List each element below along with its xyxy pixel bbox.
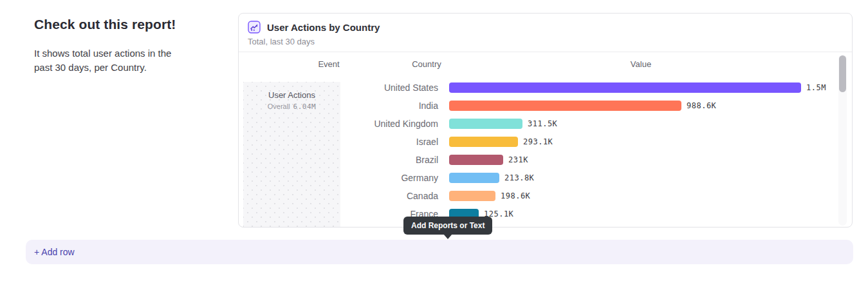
column-header-country: Country xyxy=(412,59,441,69)
value-label: 293.1K xyxy=(523,137,553,146)
chart-row: Canada 198.6K xyxy=(239,187,852,205)
bar-segment[interactable] xyxy=(449,155,503,165)
tooltip-caret-icon xyxy=(443,234,452,239)
tooltip-label: Add Reports or Text xyxy=(411,221,485,230)
value-label: 198.6K xyxy=(501,191,530,200)
bar-segment[interactable] xyxy=(449,137,518,147)
chart-rows: United States 1.5M India 988.6K United K… xyxy=(239,79,852,223)
line-chart-icon xyxy=(248,21,261,34)
chart-row: United States 1.5M xyxy=(239,79,852,97)
value-label: 1.5M xyxy=(806,83,826,92)
add-reports-tooltip: Add Reports or Text xyxy=(403,217,492,235)
bar-segment[interactable] xyxy=(449,82,801,93)
country-label: Israel xyxy=(239,137,438,147)
country-label: Germany xyxy=(239,173,438,183)
page-description: It shows total user actions in the past … xyxy=(34,46,185,75)
value-label: 213.8K xyxy=(504,173,534,182)
report-subtitle: Total, last 30 days xyxy=(248,37,843,46)
intro-block: Check out this report! It shows total us… xyxy=(34,17,195,75)
report-title: User Actions by Country xyxy=(267,22,380,33)
value-label: 231K xyxy=(508,155,528,164)
bar-segment[interactable] xyxy=(449,119,522,129)
bar-segment[interactable] xyxy=(449,191,495,201)
add-row-button[interactable]: + Add row xyxy=(26,240,853,264)
value-label: 311.5K xyxy=(528,119,557,128)
chart-row: India 988.6K xyxy=(239,97,852,115)
country-label: United States xyxy=(239,82,438,93)
chart-row: United Kingdom 311.5K xyxy=(239,115,852,133)
chart-area: Event Country Value User Actions Overall… xyxy=(239,52,852,227)
scrollbar-thumb[interactable] xyxy=(839,55,846,92)
scrollbar-track[interactable] xyxy=(838,55,847,226)
column-header-value: Value xyxy=(631,59,651,69)
chart-row: Brazil 231K xyxy=(239,151,852,169)
country-label: Brazil xyxy=(239,155,438,165)
country-label: India xyxy=(239,101,438,111)
add-row-label: + Add row xyxy=(34,247,75,257)
column-header-event: Event xyxy=(318,59,339,69)
chart-row: France 125.1K xyxy=(239,205,852,223)
page-heading: Check out this report! xyxy=(34,17,195,32)
report-card[interactable]: User Actions by Country Total, last 30 d… xyxy=(238,13,853,228)
chart-row: Israel 293.1K xyxy=(239,133,852,151)
country-label: United Kingdom xyxy=(239,119,438,129)
chart-row: Germany 213.8K xyxy=(239,169,852,187)
bar-segment[interactable] xyxy=(449,101,681,111)
country-label: Canada xyxy=(239,191,438,201)
report-card-header: User Actions by Country Total, last 30 d… xyxy=(239,14,852,52)
bar-segment[interactable] xyxy=(449,173,499,183)
value-label: 988.6K xyxy=(687,101,716,110)
